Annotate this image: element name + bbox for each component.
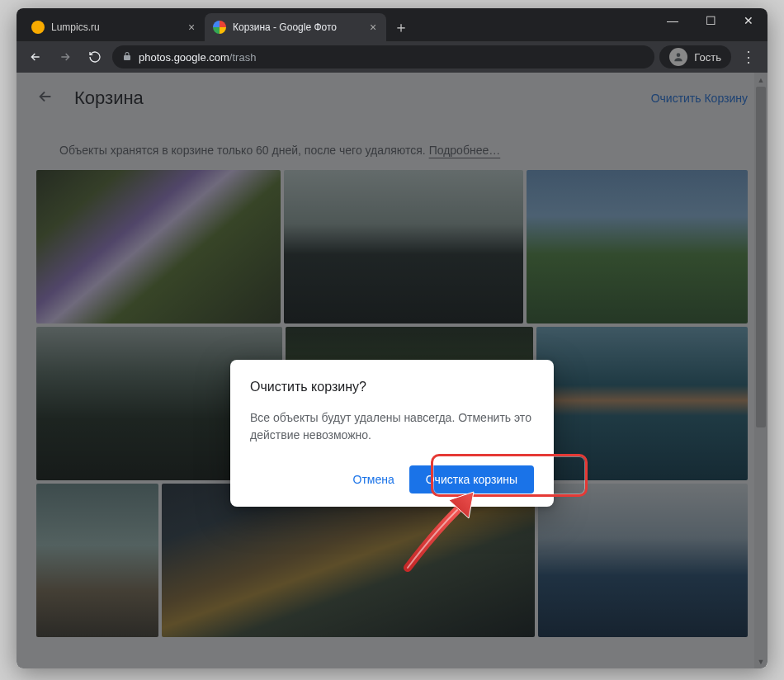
- lock-icon: [122, 51, 132, 64]
- tab-title: Корзина - Google Фото: [233, 21, 360, 33]
- cancel-button[interactable]: Отмена: [345, 466, 403, 493]
- forward-button[interactable]: [53, 45, 78, 69]
- browser-window: Lumpics.ru × Корзина - Google Фото × ＋ —…: [17, 8, 767, 668]
- tab-title: Lumpics.ru: [51, 21, 178, 33]
- svg-point-0: [677, 53, 681, 57]
- reload-button[interactable]: [83, 45, 107, 69]
- profile-label: Гость: [694, 51, 721, 64]
- tab-close-icon[interactable]: ×: [185, 21, 198, 34]
- window-close-button[interactable]: ✕: [730, 8, 767, 33]
- window-controls: — ☐ ✕: [654, 8, 767, 33]
- tab-lumpics[interactable]: Lumpics.ru ×: [23, 13, 205, 41]
- page-viewport: Корзина Очистить Корзину Объекты хранятс…: [17, 73, 767, 668]
- window-minimize-button[interactable]: —: [654, 8, 692, 33]
- annotation-highlight: [431, 454, 588, 497]
- tab-strip: Lumpics.ru × Корзина - Google Фото × ＋ —…: [17, 8, 767, 41]
- url-text: photos.google.com/trash: [139, 51, 256, 64]
- browser-menu-button[interactable]: ⋮: [736, 48, 761, 66]
- profile-chip[interactable]: Гость: [659, 45, 731, 68]
- new-tab-button[interactable]: ＋: [390, 16, 413, 39]
- favicon-lumpics: [31, 21, 45, 34]
- arrow-right-icon: [59, 50, 72, 64]
- dialog-title: Очистить корзину?: [250, 380, 534, 394]
- tab-google-photos[interactable]: Корзина - Google Фото ×: [205, 13, 386, 41]
- tab-close-icon[interactable]: ×: [366, 21, 380, 34]
- address-bar[interactable]: photos.google.com/trash: [112, 45, 654, 68]
- window-maximize-button[interactable]: ☐: [692, 8, 730, 33]
- favicon-google-photos: [213, 21, 226, 34]
- arrow-left-icon: [29, 50, 42, 64]
- toolbar: photos.google.com/trash Гость ⋮: [17, 41, 767, 73]
- reload-icon: [88, 50, 102, 64]
- dialog-body: Все объекты будут удалены навсегда. Отме…: [250, 409, 534, 444]
- back-button[interactable]: [23, 45, 48, 69]
- avatar-icon: [669, 48, 687, 66]
